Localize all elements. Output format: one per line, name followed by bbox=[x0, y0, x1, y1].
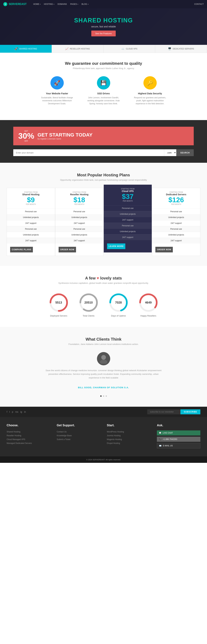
tab-reseller-hosting[interactable]: 📈 RESELLER HOSTING bbox=[52, 45, 104, 53]
brand: S SERVEREAST bbox=[3, 2, 26, 6]
footer-link[interactable]: Cloud Managed VPS bbox=[7, 438, 25, 440]
plan-reseller-button[interactable]: ORDER NOW bbox=[58, 247, 76, 252]
list-item: Personal use bbox=[55, 226, 104, 232]
social-rss[interactable]: rss bbox=[15, 410, 18, 413]
brand-name: SERVEREAST bbox=[9, 3, 26, 6]
heart-icon: ♥ bbox=[97, 276, 100, 280]
nav-domains[interactable]: DOMAINS bbox=[58, 3, 67, 5]
live-chat-button[interactable]: 💬 LIVE CHAT bbox=[157, 430, 200, 436]
promo-text: GET STARTING TODAY by register a domain … bbox=[38, 132, 92, 140]
list-item: 24/7 support bbox=[152, 238, 200, 244]
avatar bbox=[97, 352, 110, 365]
plan-shared-button[interactable]: COMPARE PLANS bbox=[10, 247, 33, 252]
dot-3[interactable] bbox=[106, 396, 107, 397]
list-item: Personal use bbox=[152, 208, 200, 214]
svg-point-9 bbox=[100, 360, 107, 364]
list-item: Unlimited projects bbox=[55, 214, 104, 220]
social-linkedin[interactable]: in bbox=[24, 410, 26, 413]
nav-contact[interactable]: CONTACT bbox=[194, 3, 204, 5]
domain-extension-select[interactable]: .com .net .org bbox=[164, 149, 176, 156]
logo-icon: S bbox=[3, 2, 7, 6]
subscribe-button[interactable]: SUBSCRIBE bbox=[180, 409, 200, 414]
footer-support-list: Contact Us Knowledge Base Submit a Ticke… bbox=[57, 430, 100, 440]
security-icon: 🔑 bbox=[144, 76, 157, 90]
list-item: 24/7 support bbox=[7, 238, 55, 244]
list-item: 24/7 support bbox=[104, 217, 152, 223]
domain-input[interactable] bbox=[13, 149, 164, 156]
stat-item: 20510 Total Clients bbox=[79, 292, 98, 317]
social-instagram[interactable]: ig bbox=[20, 410, 22, 413]
plan-cloud-button[interactable]: LEARN MORE bbox=[107, 244, 126, 249]
list-item: 24/7 support bbox=[152, 220, 200, 226]
tab-cloud-vps[interactable]: ☁️ CLOUD VPS bbox=[104, 45, 155, 53]
phone-button[interactable]: 📞 +1.886.7042263 bbox=[157, 437, 200, 442]
chart-icon: 📈 bbox=[65, 47, 68, 50]
plan-dedicated: STARTING FROM Dedicated Servers $126 PER… bbox=[152, 188, 200, 256]
rocket-icon: 🚀 bbox=[14, 47, 18, 50]
chevron-down-icon: ▾ bbox=[88, 4, 88, 5]
stats-section: A few ♥ lovely stats Synthesize inclusiv… bbox=[0, 266, 207, 327]
hero-section: SHARED HOSTING secure, fast and reliable… bbox=[0, 8, 207, 45]
tab-shared-hosting[interactable]: 🚀 SHARED HOSTING bbox=[0, 45, 52, 53]
feature-speed-title: Your Website Faster bbox=[40, 92, 74, 95]
stat-label: Total Clients bbox=[83, 314, 94, 317]
promo-section: GET 30% OFF GET STARTING TODAY by regist… bbox=[0, 120, 207, 163]
nav-hosting[interactable]: HOSTING ▾ bbox=[44, 3, 54, 5]
navbar: S SERVEREAST HOME ▾ HOSTING ▾ DOMAINS PA… bbox=[0, 0, 207, 8]
list-item: Unlimited projects bbox=[7, 232, 55, 238]
domain-search-button[interactable]: SEARCH bbox=[176, 149, 194, 156]
footer-col-support: Get Support. Contact Us Knowledge Base S… bbox=[57, 424, 100, 450]
stat-value: 4649 bbox=[145, 301, 152, 304]
dot-1[interactable] bbox=[100, 396, 102, 397]
list-item: Personal use bbox=[104, 205, 152, 211]
footer-bottom: © 2024 SERVEREAST. All rights reserved. bbox=[0, 456, 207, 463]
footer-link[interactable]: Knowledge Base bbox=[57, 434, 72, 437]
hero-subtitle: secure, fast and reliable bbox=[91, 25, 116, 28]
tab-dedicated-servers[interactable]: 🖥️ DEDICATED SERVERS bbox=[155, 45, 207, 53]
list-item: 24/7 support bbox=[7, 220, 55, 226]
plans-title: Most Popular Hosting Plans bbox=[7, 173, 200, 177]
footer-col-start: Start. WordPress Hosting Joomla Hosting … bbox=[107, 424, 150, 450]
social-pinterest[interactable]: p bbox=[12, 410, 13, 413]
social-facebook[interactable]: f bbox=[7, 410, 7, 413]
hero-cta-button[interactable]: See the Features bbox=[91, 30, 116, 36]
list-item: Managed Dedicated Servers bbox=[7, 442, 50, 444]
footer-main: Choose. Shared Hosting Reseller Hosting … bbox=[0, 417, 207, 456]
list-item: Unlimited projects bbox=[104, 228, 152, 234]
hero-title: SHARED HOSTING bbox=[74, 17, 133, 24]
list-item: Personal use bbox=[7, 226, 55, 232]
newsletter-input[interactable] bbox=[147, 409, 180, 414]
testimonials-section: What Clients Think Foundation, Jane Adda… bbox=[0, 327, 207, 407]
quality-title: We guarantee our commitment to quality bbox=[13, 61, 194, 66]
promo-subtext: by register a domain name bbox=[38, 138, 92, 140]
email-button[interactable]: ✉️ E-MAIL US bbox=[157, 443, 200, 448]
plan-dedicated-button[interactable]: ORDER NOW bbox=[155, 247, 173, 252]
stat-item: 7028 Days of Uptime bbox=[108, 292, 128, 317]
server-icon: 🖥️ bbox=[168, 47, 171, 50]
footer-link[interactable]: Drupal Hosting bbox=[107, 442, 120, 444]
footer-link[interactable]: Contact Us bbox=[57, 430, 66, 433]
list-item: Unlimited projects bbox=[7, 214, 55, 220]
dot-2[interactable] bbox=[103, 396, 104, 397]
plans-subtitle: Opportunity organization think tank, non… bbox=[7, 179, 200, 181]
plan-shared-header: STARTING FROM Shared Hosting $9 PER MONT… bbox=[7, 188, 55, 208]
footer-link[interactable]: Joomla Hosting bbox=[107, 434, 121, 437]
list-item: WordPress Hosting bbox=[107, 430, 150, 433]
social-twitter[interactable]: t bbox=[9, 410, 10, 413]
footer-link[interactable]: Magento Hosting bbox=[107, 438, 122, 440]
footer-social-links: f t p rss ig in bbox=[7, 410, 26, 413]
footer-link[interactable]: Submit a Ticket bbox=[57, 438, 70, 440]
chevron-down-icon: ▾ bbox=[54, 4, 54, 5]
chevron-down-icon: ▾ bbox=[78, 4, 78, 5]
stat-label: Days of Uptime bbox=[111, 314, 126, 317]
stats-grid: 5513 Deployed Servers 20510 Total Client… bbox=[7, 292, 200, 317]
nav-blog[interactable]: BLOG ▾ bbox=[82, 3, 88, 5]
footer-link[interactable]: Reseller Hosting bbox=[7, 434, 21, 437]
nav-pages[interactable]: PAGES ▾ bbox=[70, 3, 78, 5]
footer-link[interactable]: Managed Dedicated Servers bbox=[7, 442, 32, 444]
nav-home[interactable]: HOME ▾ bbox=[33, 3, 40, 5]
footer-link[interactable]: WordPress Hosting bbox=[107, 430, 124, 433]
cloud-icon: ☁️ bbox=[121, 47, 124, 50]
donut-chart: 4649 bbox=[138, 292, 158, 312]
footer-link[interactable]: Shared Hosting bbox=[7, 430, 20, 433]
